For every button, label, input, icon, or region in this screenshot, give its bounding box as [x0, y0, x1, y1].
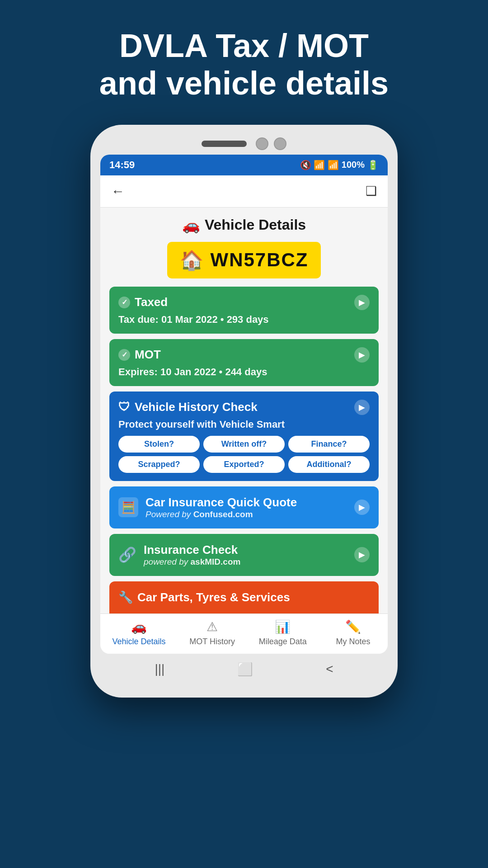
- phone-screen: 14:59 🔇 📶 📶 100% 🔋 ← ❑ 🚗 Vehicle Details…: [100, 155, 388, 654]
- badge-additional[interactable]: Additional?: [288, 456, 370, 473]
- mot-card-header: ✓ MOT ▶: [118, 347, 370, 363]
- nav-mot-history[interactable]: ⚠ MOT History: [189, 619, 235, 646]
- insurance-check-arrow-icon: ▶: [354, 547, 370, 562]
- phone-frame: 14:59 🔇 📶 📶 100% 🔋 ← ❑ 🚗 Vehicle Details…: [90, 125, 398, 698]
- nav-vehicle-label: Vehicle Details: [112, 637, 165, 646]
- insurance-check-title: Insurance Check: [144, 543, 347, 557]
- car-parts-card[interactable]: 🔧 Car Parts, Tyres & Services: [109, 581, 379, 613]
- hero-title: DVLA Tax / MOT and vehicle details: [72, 27, 416, 102]
- phone-camera-1: [256, 137, 268, 150]
- status-icons: 🔇 📶 📶: [300, 160, 339, 170]
- taxed-subtitle: Tax due: 01 Mar 2022 • 293 days: [118, 314, 370, 326]
- nav-mot-icon: ⚠: [206, 619, 218, 634]
- mot-card[interactable]: ✓ MOT ▶ Expires: 10 Jan 2022 • 244 days: [109, 339, 379, 386]
- status-bar: 14:59 🔇 📶 📶 100% 🔋: [100, 155, 388, 175]
- nav-vehicle-details[interactable]: 🚗 Vehicle Details: [112, 619, 165, 646]
- taxed-card[interactable]: ✓ Taxed ▶ Tax due: 01 Mar 2022 • 293 day…: [109, 287, 379, 334]
- insurance-quote-content: Car Insurance Quick Quote Powered by Con…: [145, 495, 347, 519]
- mot-arrow-icon: ▶: [354, 347, 370, 363]
- phone-bottom-controls: ||| ⬜ <: [100, 654, 388, 681]
- nav-my-notes[interactable]: ✏️ My Notes: [331, 619, 376, 646]
- plate-icon: 🏠: [180, 249, 204, 271]
- nav-mileage-label: Mileage Data: [259, 637, 307, 646]
- phone-camera-group: [256, 137, 286, 150]
- taxed-card-title: ✓ Taxed: [118, 295, 168, 309]
- top-nav: ← ❑: [100, 175, 388, 208]
- app-content: 🚗 Vehicle Details 🏠 WN57BCZ ✓ Taxed ▶ Ta…: [100, 208, 388, 613]
- link-icon: 🔗: [118, 546, 136, 563]
- history-check-subtitle: Protect yourself with Vehicle Smart: [118, 419, 370, 430]
- taxed-card-header: ✓ Taxed ▶: [118, 295, 370, 310]
- insurance-quote-arrow-icon: ▶: [354, 500, 370, 515]
- history-check-header: 🛡 Vehicle History Check ▶: [118, 400, 370, 415]
- insurance-quote-card[interactable]: 🧮 Car Insurance Quick Quote Powered by C…: [109, 486, 379, 528]
- insurance-check-powered: powered by askMID.com: [144, 557, 347, 567]
- history-check-arrow-icon: ▶: [354, 400, 370, 415]
- badge-stolen[interactable]: Stolen?: [118, 436, 200, 453]
- insurance-check-card[interactable]: 🔗 Insurance Check powered by askMID.com …: [109, 534, 379, 576]
- badge-written-off[interactable]: Written off?: [203, 436, 285, 453]
- nav-mileage-data[interactable]: 📊 Mileage Data: [259, 619, 307, 646]
- phone-recents-btn[interactable]: <: [326, 662, 333, 676]
- badge-finance[interactable]: Finance?: [288, 436, 370, 453]
- share-button[interactable]: ❑: [366, 184, 377, 198]
- insurance-check-content: Insurance Check powered by askMID.com: [144, 543, 347, 567]
- history-check-title-text: Vehicle History Check: [135, 400, 258, 414]
- history-check-card[interactable]: 🛡 Vehicle History Check ▶ Protect yourse…: [109, 392, 379, 481]
- mot-title-text: MOT: [135, 348, 161, 362]
- insurance-quote-powered: Powered by Confused.com: [145, 509, 347, 519]
- car-icon: 🚗: [182, 217, 200, 234]
- back-button[interactable]: ←: [111, 184, 125, 199]
- nav-mileage-icon: 📊: [275, 619, 291, 634]
- mot-subtitle: Expires: 10 Jan 2022 • 244 days: [118, 366, 370, 378]
- insurance-brand: Confused.com: [193, 509, 253, 519]
- taxed-title-text: Taxed: [135, 295, 168, 309]
- nav-notes-label: My Notes: [336, 637, 371, 646]
- phone-speaker: [202, 141, 247, 147]
- insurance-check-powered-label: powered by: [144, 557, 188, 566]
- mot-card-title: ✓ MOT: [118, 348, 161, 362]
- page-title-text: Vehicle Details: [205, 217, 306, 233]
- mot-checkmark-icon: ✓: [118, 349, 130, 361]
- badge-exported[interactable]: Exported?: [203, 456, 285, 473]
- phone-home-btn[interactable]: ⬜: [237, 662, 253, 677]
- status-time: 14:59: [109, 159, 135, 171]
- wrench-icon: 🔧: [118, 590, 133, 604]
- history-check-title: 🛡 Vehicle History Check: [118, 400, 258, 414]
- phone-back-btn[interactable]: |||: [155, 662, 164, 676]
- status-battery: 100%: [342, 160, 365, 170]
- phone-camera-2: [274, 137, 286, 150]
- shield-check-icon: 🛡: [118, 400, 130, 414]
- license-plate: 🏠 WN57BCZ: [167, 242, 321, 278]
- status-right: 🔇 📶 📶 100% 🔋: [300, 160, 379, 170]
- insurance-check-brand: askMID.com: [191, 557, 241, 566]
- plate-number: WN57BCZ: [211, 249, 309, 271]
- car-parts-title: 🔧 Car Parts, Tyres & Services: [118, 590, 370, 604]
- badge-scrapped[interactable]: Scrapped?: [118, 456, 200, 473]
- taxed-arrow-icon: ▶: [354, 295, 370, 310]
- insurance-powered-label: Powered by: [145, 509, 191, 519]
- nav-vehicle-icon: 🚗: [131, 619, 147, 634]
- nav-mot-label: MOT History: [189, 637, 235, 646]
- phone-top-bar: [100, 137, 388, 150]
- bottom-nav: 🚗 Vehicle Details ⚠ MOT History 📊 Mileag…: [100, 613, 388, 654]
- calculator-icon: 🧮: [118, 497, 138, 517]
- check-badges-grid: Stolen? Written off? Finance? Scrapped? …: [118, 436, 370, 473]
- taxed-checkmark-icon: ✓: [118, 297, 130, 308]
- insurance-quote-title: Car Insurance Quick Quote: [145, 495, 347, 509]
- car-parts-title-text: Car Parts, Tyres & Services: [137, 590, 290, 604]
- nav-notes-icon: ✏️: [345, 619, 361, 634]
- battery-icon: 🔋: [367, 160, 379, 170]
- page-title: 🚗 Vehicle Details: [109, 217, 379, 234]
